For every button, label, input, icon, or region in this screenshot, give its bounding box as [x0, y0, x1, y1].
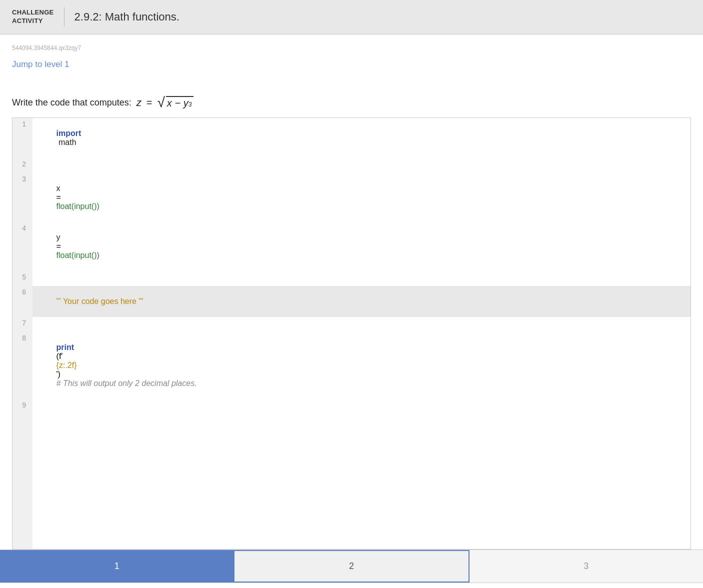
line-num-4: 4	[12, 222, 32, 271]
header-title: 2.9.2: Math functions.	[74, 10, 180, 24]
session-id: 544094.3945844.qx3zqy7	[12, 44, 691, 52]
segment-label-1: 1	[114, 561, 120, 572]
math-equals: =	[146, 97, 152, 108]
line-num-3: 3	[12, 173, 32, 222]
assign-op-y: =	[56, 242, 64, 250]
problem-text: Write the code that computes:	[12, 98, 132, 108]
code-line-2: 2	[12, 158, 690, 173]
line-num-1: 1	[12, 118, 32, 158]
line-content-4[interactable]: y = float(input())	[32, 222, 690, 271]
sqrt-wrapper: √ x − y3	[157, 96, 194, 110]
var-x: x	[56, 184, 62, 192]
line-content-8[interactable]: print (f' {z:.2f} ') # This will output …	[32, 332, 690, 399]
challenge-label-line2: ACTIVITY	[12, 17, 54, 26]
line-num-6: 6	[12, 286, 32, 317]
code-line-7: 7	[12, 317, 690, 332]
challenge-label-line1: CHALLENGE	[12, 8, 54, 17]
format-string: {z:.2f}	[56, 361, 77, 370]
sqrt-content: x − y3	[166, 96, 194, 109]
math-y: y	[184, 98, 188, 109]
line-num-2: 2	[12, 158, 32, 173]
line-content-3[interactable]: x = float(input())	[32, 173, 690, 222]
line-content-2[interactable]	[32, 158, 690, 173]
line-content-6[interactable]: ''' Your code goes here '''	[32, 286, 690, 317]
line-content-1[interactable]: import math	[32, 118, 690, 158]
progress-section: 1 2 3 Check Next Show solution	[0, 550, 703, 588]
progress-segment-3[interactable]: 3	[470, 550, 703, 582]
func-float-y: float(input())	[56, 251, 100, 260]
print-close: ')	[56, 370, 60, 378]
sqrt-symbol: √	[157, 96, 164, 110]
header-divider	[64, 7, 64, 27]
header: CHALLENGE ACTIVITY 2.9.2: Math functions…	[0, 0, 703, 34]
code-editor[interactable]: 1 import math 2 3 x = float(input()) 4 y	[12, 118, 691, 550]
keyword-print: print	[56, 343, 74, 352]
math-minus: −	[172, 98, 184, 109]
math-lhs: z	[136, 97, 142, 108]
progress-bar: 1 2 3	[0, 550, 703, 583]
code-line-4: 4 y = float(input())	[12, 222, 690, 271]
bottom-bar: Check Next Show solution	[0, 583, 703, 588]
problem-statement: Write the code that computes: z = √ x − …	[12, 96, 691, 110]
math-x: x	[167, 98, 172, 109]
keyword-import: import	[56, 129, 82, 138]
code-line-8: 8 print (f' {z:.2f} ') # This will outpu…	[12, 332, 690, 399]
progress-segment-2[interactable]: 2	[234, 550, 469, 582]
challenge-label: CHALLENGE ACTIVITY	[12, 8, 54, 26]
segment-label-3: 3	[584, 561, 588, 572]
line-num-7: 7	[12, 317, 32, 332]
jump-to-level-link[interactable]: Jump to level 1	[12, 60, 69, 70]
assign-op: =	[56, 193, 64, 202]
placeholder-string: ''' Your code goes here '''	[56, 297, 144, 306]
func-float-x: float(input())	[56, 202, 100, 210]
line-content-5[interactable]	[32, 271, 690, 286]
main-content: 544094.3945844.qx3zqy7 Jump to level 1 W…	[0, 34, 703, 550]
module-math: math	[56, 138, 76, 146]
math-formula: z = √ x − y3	[136, 96, 194, 110]
code-line-9: 9	[12, 399, 690, 549]
code-line-3: 3 x = float(input())	[12, 173, 690, 222]
segment-label-2: 2	[349, 561, 354, 572]
line-num-8: 8	[12, 332, 32, 399]
line-num-5: 5	[12, 271, 32, 286]
var-y: y	[56, 233, 62, 242]
line-content-9[interactable]	[32, 399, 690, 549]
math-exponent: 3	[188, 101, 192, 108]
comment-line8: # This will output only 2 decimal places…	[56, 379, 197, 388]
print-arg: (f'	[56, 352, 63, 360]
line-content-7[interactable]	[32, 317, 690, 332]
line-num-9: 9	[12, 399, 32, 549]
code-line-5: 5	[12, 271, 690, 286]
code-line-6[interactable]: 6 ''' Your code goes here '''	[12, 286, 690, 317]
progress-segment-1[interactable]: 1	[0, 550, 234, 582]
code-line-1: 1 import math	[12, 118, 690, 158]
